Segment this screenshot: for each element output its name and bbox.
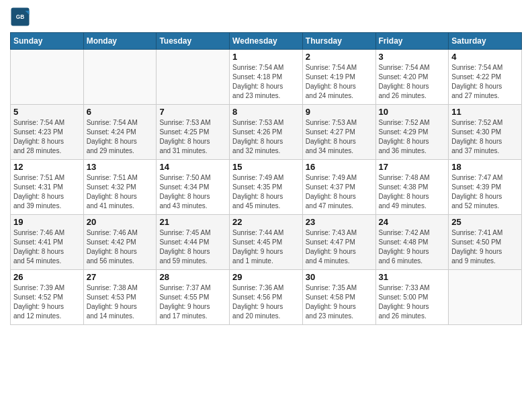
day-info: Sunrise: 7:54 AM Sunset: 4:24 PM Dayligh… [87,118,154,156]
weekday-header-row: SundayMondayTuesdayWednesdayThursdayFrid… [11,33,522,50]
day-number: 23 [306,217,373,227]
day-info: Sunrise: 7:49 AM Sunset: 4:37 PM Dayligh… [306,173,373,211]
logo-icon: GB [10,7,30,27]
calendar-cell: 24Sunrise: 7:42 AM Sunset: 4:48 PM Dayli… [375,215,449,270]
day-info: Sunrise: 7:54 AM Sunset: 4:22 PM Dayligh… [451,63,519,101]
calendar-week-3: 12Sunrise: 7:51 AM Sunset: 4:31 PM Dayli… [11,160,522,215]
day-info: Sunrise: 7:52 AM Sunset: 4:29 PM Dayligh… [379,118,446,156]
weekday-header-wednesday: Wednesday [230,33,303,50]
day-number: 14 [159,162,226,172]
day-number: 13 [87,162,154,172]
calendar-cell: 13Sunrise: 7:51 AM Sunset: 4:32 PM Dayli… [83,160,157,215]
day-number: 31 [379,272,446,282]
calendar-cell [83,50,157,105]
calendar-cell: 17Sunrise: 7:48 AM Sunset: 4:38 PM Dayli… [375,160,449,215]
weekday-header-monday: Monday [83,33,157,50]
day-info: Sunrise: 7:49 AM Sunset: 4:35 PM Dayligh… [232,173,300,211]
header: GB [10,7,522,27]
day-info: Sunrise: 7:54 AM Sunset: 4:19 PM Dayligh… [306,63,373,101]
calendar-cell: 6Sunrise: 7:54 AM Sunset: 4:24 PM Daylig… [83,105,157,160]
calendar-table: SundayMondayTuesdayWednesdayThursdayFrid… [10,32,522,325]
calendar-cell: 11Sunrise: 7:52 AM Sunset: 4:30 PM Dayli… [449,105,522,160]
weekday-header-tuesday: Tuesday [157,33,230,50]
calendar-cell: 18Sunrise: 7:47 AM Sunset: 4:39 PM Dayli… [449,160,522,215]
calendar-cell [449,270,522,325]
page: GB SundayMondayTuesdayWednesdayThursdayF… [0,0,532,411]
calendar-cell: 5Sunrise: 7:54 AM Sunset: 4:23 PM Daylig… [11,105,84,160]
day-info: Sunrise: 7:53 AM Sunset: 4:26 PM Dayligh… [232,118,300,156]
calendar-cell: 26Sunrise: 7:39 AM Sunset: 4:52 PM Dayli… [11,270,84,325]
calendar-week-1: 1Sunrise: 7:54 AM Sunset: 4:18 PM Daylig… [11,50,522,105]
logo: GB [10,7,33,27]
day-info: Sunrise: 7:48 AM Sunset: 4:38 PM Dayligh… [379,173,446,211]
calendar-cell: 25Sunrise: 7:41 AM Sunset: 4:50 PM Dayli… [449,215,522,270]
day-info: Sunrise: 7:37 AM Sunset: 4:55 PM Dayligh… [159,283,226,321]
calendar-cell: 22Sunrise: 7:44 AM Sunset: 4:45 PM Dayli… [230,215,303,270]
calendar-cell: 9Sunrise: 7:53 AM Sunset: 4:27 PM Daylig… [302,105,375,160]
weekday-header-sunday: Sunday [11,33,84,50]
day-info: Sunrise: 7:46 AM Sunset: 4:41 PM Dayligh… [13,228,81,266]
calendar-cell: 1Sunrise: 7:54 AM Sunset: 4:18 PM Daylig… [230,50,303,105]
calendar-cell: 15Sunrise: 7:49 AM Sunset: 4:35 PM Dayli… [230,160,303,215]
day-number: 4 [451,52,519,62]
day-number: 26 [13,272,81,282]
svg-text:GB: GB [16,14,24,20]
day-info: Sunrise: 7:43 AM Sunset: 4:47 PM Dayligh… [306,228,373,266]
day-info: Sunrise: 7:38 AM Sunset: 4:53 PM Dayligh… [87,283,154,321]
day-number: 1 [232,52,300,62]
weekday-header-thursday: Thursday [302,33,375,50]
calendar-cell: 23Sunrise: 7:43 AM Sunset: 4:47 PM Dayli… [302,215,375,270]
calendar-cell: 21Sunrise: 7:45 AM Sunset: 4:44 PM Dayli… [157,215,230,270]
calendar-cell [11,50,84,105]
calendar-cell [157,50,230,105]
day-number: 16 [306,162,373,172]
day-number: 22 [232,217,300,227]
day-number: 20 [87,217,154,227]
day-info: Sunrise: 7:47 AM Sunset: 4:39 PM Dayligh… [451,173,519,211]
day-info: Sunrise: 7:51 AM Sunset: 4:32 PM Dayligh… [87,173,154,211]
day-info: Sunrise: 7:54 AM Sunset: 4:23 PM Dayligh… [13,118,81,156]
day-info: Sunrise: 7:33 AM Sunset: 5:00 PM Dayligh… [379,283,446,321]
day-info: Sunrise: 7:46 AM Sunset: 4:42 PM Dayligh… [87,228,154,266]
calendar-cell: 30Sunrise: 7:35 AM Sunset: 4:58 PM Dayli… [302,270,375,325]
day-info: Sunrise: 7:54 AM Sunset: 4:18 PM Dayligh… [232,63,300,101]
day-number: 2 [306,52,373,62]
calendar-cell: 20Sunrise: 7:46 AM Sunset: 4:42 PM Dayli… [83,215,157,270]
day-info: Sunrise: 7:54 AM Sunset: 4:20 PM Dayligh… [379,63,446,101]
weekday-header-friday: Friday [375,33,449,50]
day-info: Sunrise: 7:53 AM Sunset: 4:27 PM Dayligh… [306,118,373,156]
day-number: 24 [379,217,446,227]
day-number: 8 [232,107,300,117]
day-number: 12 [13,162,81,172]
day-info: Sunrise: 7:41 AM Sunset: 4:50 PM Dayligh… [451,228,519,266]
day-number: 19 [13,217,81,227]
calendar-cell: 7Sunrise: 7:53 AM Sunset: 4:25 PM Daylig… [157,105,230,160]
day-number: 25 [451,217,519,227]
calendar-cell: 2Sunrise: 7:54 AM Sunset: 4:19 PM Daylig… [302,50,375,105]
weekday-header-saturday: Saturday [449,33,522,50]
day-number: 28 [159,272,226,282]
day-info: Sunrise: 7:50 AM Sunset: 4:34 PM Dayligh… [159,173,226,211]
calendar-cell: 27Sunrise: 7:38 AM Sunset: 4:53 PM Dayli… [83,270,157,325]
calendar-cell: 10Sunrise: 7:52 AM Sunset: 4:29 PM Dayli… [375,105,449,160]
day-number: 29 [232,272,300,282]
calendar-cell: 12Sunrise: 7:51 AM Sunset: 4:31 PM Dayli… [11,160,84,215]
calendar-cell: 16Sunrise: 7:49 AM Sunset: 4:37 PM Dayli… [302,160,375,215]
calendar-week-2: 5Sunrise: 7:54 AM Sunset: 4:23 PM Daylig… [11,105,522,160]
day-number: 10 [379,107,446,117]
day-info: Sunrise: 7:39 AM Sunset: 4:52 PM Dayligh… [13,283,81,321]
calendar-cell: 29Sunrise: 7:36 AM Sunset: 4:56 PM Dayli… [230,270,303,325]
calendar-cell: 19Sunrise: 7:46 AM Sunset: 4:41 PM Dayli… [11,215,84,270]
calendar-week-4: 19Sunrise: 7:46 AM Sunset: 4:41 PM Dayli… [11,215,522,270]
day-number: 18 [451,162,519,172]
day-number: 9 [306,107,373,117]
day-info: Sunrise: 7:42 AM Sunset: 4:48 PM Dayligh… [379,228,446,266]
day-info: Sunrise: 7:45 AM Sunset: 4:44 PM Dayligh… [159,228,226,266]
calendar-cell: 4Sunrise: 7:54 AM Sunset: 4:22 PM Daylig… [449,50,522,105]
day-number: 11 [451,107,519,117]
day-number: 30 [306,272,373,282]
day-number: 5 [13,107,81,117]
calendar-cell: 8Sunrise: 7:53 AM Sunset: 4:26 PM Daylig… [230,105,303,160]
day-number: 3 [379,52,446,62]
day-info: Sunrise: 7:51 AM Sunset: 4:31 PM Dayligh… [13,173,81,211]
